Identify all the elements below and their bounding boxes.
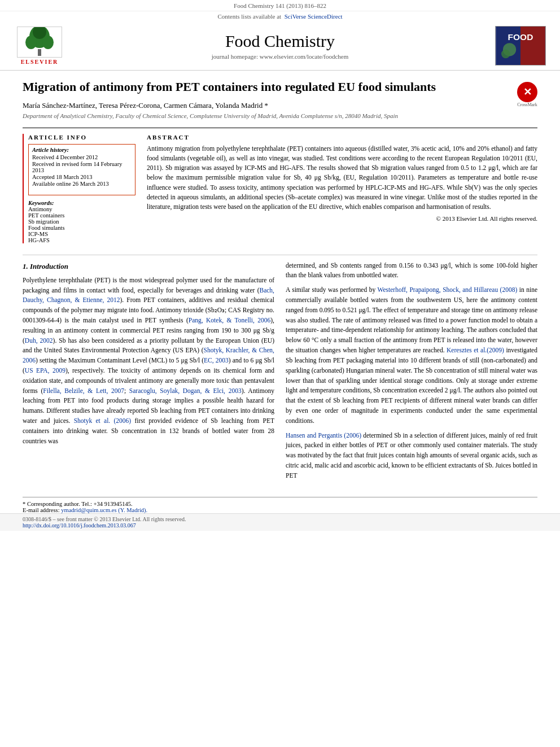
ref-shotyk2[interactable]: Shotyk et al. (2006) [74,417,132,424]
authors: María Sánchez-Martínez, Teresa Pérez-Cor… [23,101,537,110]
elsevier-tree-container [17,27,62,58]
journal-title-center: Food Chemistry journal homepage: www.els… [68,32,492,60]
page: Food Chemistry 141 (2013) 816–822 Conten… [0,0,560,747]
journal-citation: Food Chemistry 141 (2013) 816–822 [0,0,560,11]
revised-date: Received in revised form 14 February 201… [32,161,132,173]
article-info: ARTICLE INFO Article history: Received 4… [23,134,135,243]
right-para-1: determined, and Sb contents ranged from … [286,261,537,281]
email-link[interactable]: ymadrid@quim.ucm.es (Y. Madrid). [61,507,147,513]
keywords-label: Keywords: [28,200,135,206]
elsevier-logo: ELSEVIER [11,27,68,65]
crossmark-label: CrossMark [517,102,537,107]
right-para-2: A similar study was performed by Westerh… [286,285,537,426]
paper-content: ✕ CrossMark Migration of antimony from P… [0,71,560,255]
affiliation: Department of Analytical Chemistry, Facu… [23,112,537,119]
journal-title: Food Chemistry [68,32,492,51]
abstract-heading: ABSTRACT [147,134,537,141]
kw-food-simulants: Food simulants [28,225,135,231]
journal-header: ELSEVIER Food Chemistry journal homepage… [0,21,560,71]
crossmark-icon[interactable]: ✕ [517,82,537,102]
ref-bach[interactable]: Bach, Dauchy, Chagnon, & Etienne, 2012 [23,287,274,304]
food-chem-logo-svg: FOOD CHEMISTRY [495,27,546,65]
journal-homepage: journal homepage: www.elsevier.com/locat… [68,53,492,60]
ref-westerhoff[interactable]: Westerhoff, Prapaipong, Shock, and Hilla… [377,286,517,293]
ref-hansen[interactable]: Hansen and Pergantis (2006) [286,432,361,439]
footnote: * Corresponding author. Tel.: +34 913945… [23,497,537,513]
footnote-corresponding: * Corresponding author. Tel.: +34 913945… [23,501,537,507]
svg-point-10 [501,50,510,59]
kw-sb-migration: Sb migration [28,219,135,225]
divider-1 [23,128,537,128]
keywords-section: Keywords: Antimony PET containers Sb mig… [28,200,135,243]
received-date: Received 4 December 2012 [32,154,132,160]
doi-text: http://dx.doi.org/10.1016/j.foodchem.201… [23,522,537,528]
svg-point-2 [25,36,37,49]
contents-line: Contents lists available at SciVerse Sci… [0,11,560,21]
article-history: Article history: Received 4 December 201… [32,147,132,187]
kw-hg-afs: HG-AFS [28,237,135,243]
history-label: Article history: [32,147,132,153]
intro-para-1: Polyethylene terephthalate (PET) is the … [23,276,274,447]
svg-text:FOOD: FOOD [508,32,533,42]
abstract-text: Antimony migration from polyethylene ter… [147,144,537,212]
food-chem-image: FOOD CHEMISTRY [495,26,546,65]
ref-pang[interactable]: Pang, Kotek, & Tonelli, 2006 [189,317,271,324]
article-info-heading: ARTICLE INFO [28,134,135,141]
copyright: © 2013 Elsevier Ltd. All rights reserved… [147,215,537,222]
right-para-3: Hansen and Pergantis (2006) determined S… [286,431,537,481]
crossmark[interactable]: ✕ CrossMark [517,82,537,107]
info-abstract-cols: ARTICLE INFO Article history: Received 4… [23,134,537,243]
svg-point-3 [42,36,54,49]
svg-text:CHEMISTRY: CHEMISTRY [544,33,546,59]
ref-ec[interactable]: EC, 2003 [204,357,229,364]
intro-cols: 1. Introduction Polyethylene terephthala… [23,261,537,486]
paper-title: Migration of antimony from PET container… [23,79,537,95]
accepted-date: Accepted 18 March 2013 [32,174,132,180]
ref-saracoglu[interactable]: Saracoglu, Soylak, Dogan, & Elci, 2003 [129,387,242,394]
ref-duh[interactable]: Duh, 2002 [25,337,53,344]
food-chem-logo: FOOD CHEMISTRY [492,26,549,65]
svg-rect-0 [38,49,41,56]
body-col-left: 1. Introduction Polyethylene terephthala… [23,261,274,486]
kw-icp-ms: ICP-MS [28,231,135,237]
sciverse-link[interactable]: SciVerse ScienceDirect [285,13,343,20]
available-date: Available online 26 March 2013 [32,181,132,187]
contents-label: Contents lists available at [217,13,281,20]
elsevier-tree-icon [20,27,59,58]
footnote-email: E-mail address: ymadrid@quim.ucm.es (Y. … [23,507,537,513]
journal-citation-text: Food Chemistry 141 (2013) 816–822 [234,2,326,9]
doi-link[interactable]: http://dx.doi.org/10.1016/j.foodchem.201… [23,522,136,528]
elsevier-label: ELSEVIER [21,59,59,65]
intro-heading: 1. Introduction [23,261,274,272]
authors-text: María Sánchez-Martínez, Teresa Pérez-Cor… [23,101,268,110]
email-label: E-mail address: [23,507,60,513]
abstract-col: ABSTRACT Antimony migration from polyeth… [147,134,537,243]
kw-antimony: Antimony [28,206,135,212]
ref-shotyk[interactable]: Shotyk, Krachler, & Chen, 2006 [23,347,274,364]
ref-filella[interactable]: Filella, Belzile, & Lett, 2007 [43,387,124,394]
ref-keresztes[interactable]: Keresztes et al.(2009) [447,347,504,353]
body-content: 1. Introduction Polyethylene terephthala… [0,255,560,497]
kw-pet: PET containers [28,212,135,219]
body-col-right: determined, and Sb contents ranged from … [286,261,537,486]
article-history-box: Article history: Received 4 December 201… [28,144,135,195]
issn-text: 0308-8146/$ – see front matter © 2013 El… [23,516,537,522]
ref-usepa[interactable]: US EPA, 2009 [25,367,65,374]
doi-bar: 0308-8146/$ – see front matter © 2013 El… [0,513,560,531]
